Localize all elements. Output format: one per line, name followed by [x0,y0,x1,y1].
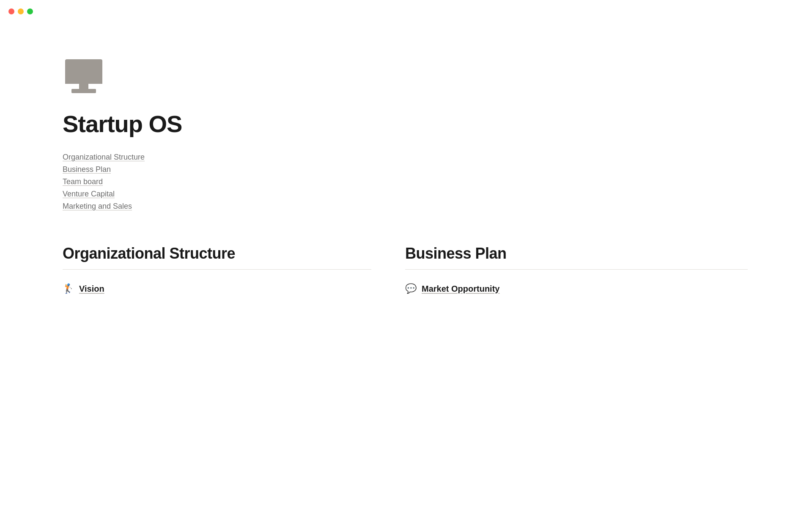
monitor-stand-neck [79,84,88,89]
page-title: Startup OS [63,110,592,138]
maximize-button[interactable] [27,8,33,14]
nav-link-org-structure[interactable]: Organizational Structure [63,153,145,162]
traffic-lights [8,8,33,14]
vision-emoji: 🏌️ [63,283,74,294]
nav-link-business-plan[interactable]: Business Plan [63,165,111,174]
close-button[interactable] [8,8,14,14]
section-divider-org [63,269,371,270]
nav-link-venture-capital[interactable]: Venture Capital [63,190,115,199]
market-opportunity-label[interactable]: Market Opportunity [422,284,499,294]
section-business-plan: Business Plan 💬 Market Opportunity [405,245,748,298]
section-divider-business [405,269,748,270]
minimize-button[interactable] [18,8,24,14]
monitor-stand-base [71,89,96,93]
page-icon [63,59,592,93]
section-item-market-opportunity[interactable]: 💬 Market Opportunity [405,280,748,298]
section-title-org-structure: Organizational Structure [63,245,371,262]
market-opportunity-emoji: 💬 [405,283,417,294]
section-org-structure: Organizational Structure 🏌️ Vision [63,245,405,298]
monitor-icon [63,59,105,93]
nav-link-marketing-sales[interactable]: Marketing and Sales [63,202,132,211]
vision-label[interactable]: Vision [79,284,104,294]
nav-links: Organizational Structure Business Plan T… [63,153,592,211]
main-content: Startup OS Organizational Structure Busi… [0,0,592,331]
sections-grid: Organizational Structure 🏌️ Vision Busin… [63,245,748,298]
nav-link-team-board[interactable]: Team board [63,177,103,186]
section-item-vision[interactable]: 🏌️ Vision [63,280,371,298]
section-title-business-plan: Business Plan [405,245,748,262]
monitor-screen [65,59,102,84]
